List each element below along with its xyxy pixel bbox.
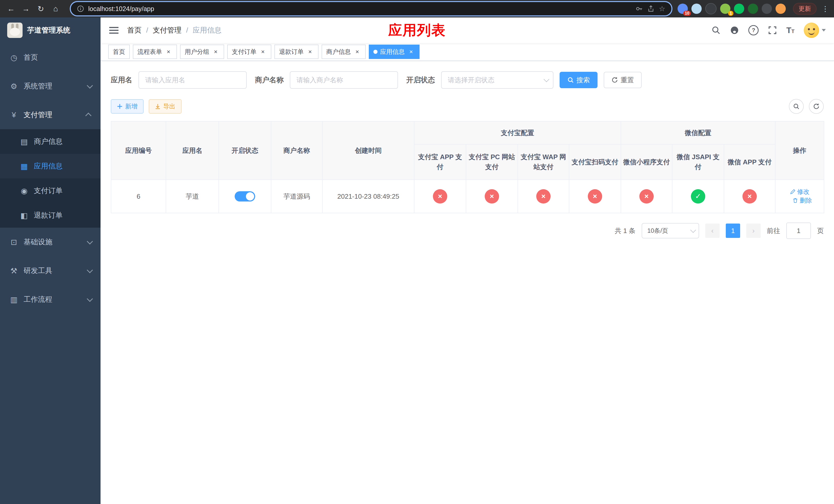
app-name-input[interactable]: [138, 71, 247, 89]
browser-menu-icon[interactable]: [822, 5, 829, 13]
yen-icon: ¥: [9, 111, 19, 119]
close-icon[interactable]: [407, 48, 415, 55]
prev-page-button[interactable]: [705, 224, 720, 238]
cell-alipay-pc: ×: [466, 180, 518, 213]
browser-forward-button[interactable]: →: [19, 2, 33, 16]
search-icon[interactable]: [711, 26, 721, 35]
status-icon: ×: [743, 189, 757, 204]
delete-button[interactable]: 删除: [792, 197, 812, 205]
sidebar-item-system[interactable]: ⚙ 系统管理: [0, 72, 101, 100]
bookmark-star-icon[interactable]: ☆: [659, 5, 665, 13]
tab-user-group[interactable]: 用户分组: [180, 45, 224, 59]
github-icon[interactable]: [730, 26, 739, 35]
site-info-icon[interactable]: [77, 5, 84, 12]
status-select-placeholder: 请选择开启状态: [448, 76, 544, 85]
close-icon[interactable]: [353, 48, 361, 55]
sidebar-item-payment[interactable]: ¥ 支付管理: [0, 100, 101, 129]
browser-reload-button[interactable]: ↻: [34, 2, 48, 16]
close-icon[interactable]: [164, 48, 172, 55]
font-size-icon[interactable]: [786, 26, 794, 35]
goto-label: 前往: [767, 226, 780, 235]
wechat-extension-icon[interactable]: [734, 4, 744, 14]
export-button[interactable]: 导出: [149, 99, 181, 114]
pencil-icon: [790, 189, 795, 194]
refresh-table-button[interactable]: [809, 99, 824, 114]
face-extension-icon[interactable]: [775, 4, 786, 14]
sidebar-item-devtools[interactable]: ⚒ 研发工具: [0, 256, 101, 285]
breadcrumb: 首页 支付管理 应用信息: [127, 25, 222, 35]
page-suffix-label: 页: [817, 226, 824, 235]
password-key-icon[interactable]: [635, 5, 643, 13]
browser-update-button[interactable]: 更新: [793, 3, 816, 15]
docs-help-icon[interactable]: [748, 25, 759, 36]
merchant-name-input[interactable]: [290, 71, 398, 89]
add-button[interactable]: 新增: [111, 99, 144, 114]
tab-refund-order[interactable]: 退款订单: [275, 45, 319, 59]
status-select[interactable]: 请选择开启状态: [441, 71, 553, 89]
tab-label: 退款订单: [279, 48, 304, 56]
dark-circle-extension-icon[interactable]: [705, 3, 717, 14]
plus-icon: [117, 104, 123, 109]
next-page-button[interactable]: [746, 224, 761, 238]
blue-grid-extension-icon[interactable]: 10: [678, 4, 688, 14]
browser-home-button[interactable]: ⌂: [49, 2, 63, 16]
fullscreen-icon[interactable]: [768, 26, 777, 35]
share-icon[interactable]: [647, 5, 655, 13]
page-size-select[interactable]: 10条/页: [642, 223, 699, 238]
sidebar-logo[interactable]: 芋道管理系统: [0, 18, 101, 43]
col-group-alipay: 支付宝配置: [414, 121, 621, 144]
col-alipay-app: 支付宝 APP 支付: [414, 144, 466, 180]
browser-window: ← → ↻ ⌂ localhost:1024/pay/app ☆ 10: [0, 0, 834, 504]
chevron-down-icon: [544, 76, 550, 82]
tab-merchant-info[interactable]: 商户信息: [322, 45, 366, 59]
toggle-search-button[interactable]: [789, 99, 804, 114]
tab-process-form[interactable]: 流程表单: [133, 45, 177, 59]
breadcrumb-separator: [146, 26, 148, 35]
pin-extension-icon[interactable]: [762, 4, 772, 14]
extensions-row: 10 1: [678, 3, 786, 14]
breadcrumb-separator: [186, 26, 188, 35]
sidebar-item-app-info[interactable]: ▦ 应用信息: [0, 154, 101, 178]
table-toolbar: 新增 导出: [111, 99, 824, 114]
droplet-extension-icon[interactable]: [692, 4, 702, 14]
status-switch[interactable]: [235, 191, 255, 202]
col-status: 开启状态: [219, 121, 271, 180]
address-bar[interactable]: localhost:1024/pay/app ☆: [71, 2, 672, 15]
sidebar-item-refund-order[interactable]: ◧ 退款订单: [0, 203, 101, 228]
close-icon[interactable]: [259, 48, 267, 55]
breadcrumb-home[interactable]: 首页: [127, 25, 141, 35]
tab-home[interactable]: 首页: [108, 45, 130, 59]
edit-button[interactable]: 修改: [790, 188, 809, 196]
search-button[interactable]: 搜索: [559, 72, 597, 88]
goto-page-input[interactable]: [786, 223, 811, 239]
search-icon: [567, 77, 574, 83]
browser-back-button[interactable]: ←: [4, 2, 18, 16]
sidebar-item-label: 研发工具: [24, 266, 52, 276]
green-docs-extension-icon[interactable]: [748, 4, 758, 14]
sidebar-item-workflow[interactable]: ▥ 工作流程: [0, 285, 101, 314]
sidebar-item-home[interactable]: ◷ 首页: [0, 43, 101, 72]
user-avatar[interactable]: [804, 23, 826, 38]
reset-button[interactable]: 重置: [604, 72, 642, 88]
page-1-button[interactable]: 1: [726, 224, 740, 238]
col-wechat-jsapi: 微信 JSAPI 支付: [672, 144, 724, 180]
sidebar-toggle-icon[interactable]: [109, 25, 119, 36]
sidebar-item-infrastructure[interactable]: ⊡ 基础设施: [0, 228, 101, 256]
close-icon[interactable]: [306, 48, 314, 55]
close-icon[interactable]: [212, 48, 220, 55]
tab-pay-order[interactable]: 支付订单: [227, 45, 271, 59]
cell-alipay-wap: ×: [518, 180, 569, 213]
sidebar-item-label: 支付订单: [34, 186, 63, 196]
col-app-name: 应用名: [166, 121, 219, 180]
chevron-up-icon: [85, 113, 91, 119]
cell-wechat-mini: ×: [621, 180, 672, 213]
breadcrumb-payment[interactable]: 支付管理: [153, 25, 181, 35]
logo-rabbit-image: [7, 23, 23, 38]
tab-app-info[interactable]: 应用信息: [369, 45, 420, 59]
cell-alipay-app: ×: [414, 180, 466, 213]
sidebar-item-pay-order[interactable]: ◉ 支付订单: [0, 178, 101, 203]
trash-icon: [792, 198, 798, 203]
sidebar-item-merchant-info[interactable]: ▤ 商户信息: [0, 129, 101, 154]
green-leaf-extension-icon[interactable]: 1: [720, 4, 730, 14]
status-icon: ✓: [691, 189, 705, 204]
